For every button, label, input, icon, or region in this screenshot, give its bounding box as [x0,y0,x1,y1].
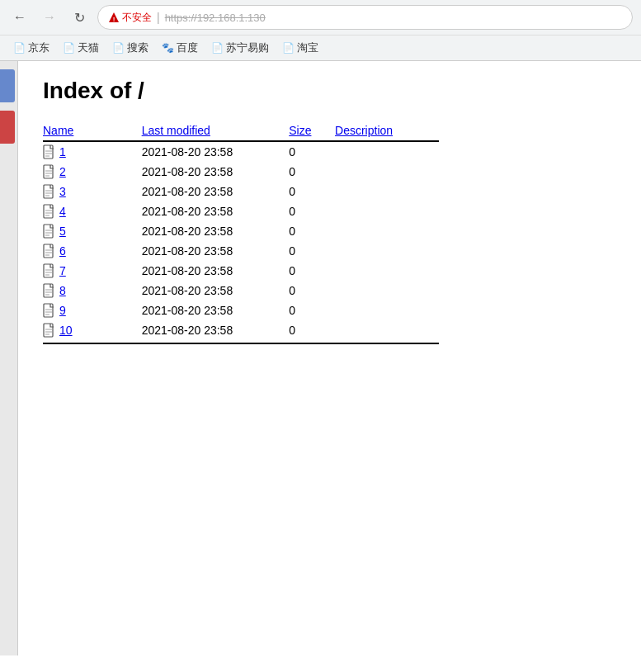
table-row: 42021-08-20 23:580 [43,201,439,221]
bookmark-icon: 📄 [282,42,295,54]
address-url: https://192.168.1.130 [165,12,266,24]
file-icon [43,204,56,219]
bookmark-item[interactable]: 📄天猫 [58,38,104,58]
sidebar-tab-blue [0,69,15,102]
bookmark-icon: 🐾 [162,42,174,54]
bookmark-icon: 📄 [63,42,75,54]
file-modified: 2021-08-20 23:58 [135,241,283,261]
svg-rect-26 [44,264,53,277]
file-table: Name Last modified Size Description [43,121,439,348]
file-icon [43,164,56,179]
file-name-cell: 3 [43,182,135,201]
file-modified: 2021-08-20 23:58 [135,162,283,182]
file-link[interactable]: 7 [59,264,66,277]
file-size: 0 [282,281,328,301]
file-link[interactable]: 3 [59,185,66,198]
file-link[interactable]: 1 [59,145,66,159]
bookmark-icon: 📄 [211,42,224,54]
bookmark-item[interactable]: 📄搜索 [107,38,153,58]
main-layout: Index of / Name Last modified Size Descr… [0,61,641,655]
file-description [328,162,439,182]
file-name-cell: 6 [43,241,135,261]
file-size: 0 [282,320,328,343]
file-name-cell: 1 [43,141,135,162]
svg-rect-6 [44,165,53,178]
file-icon [43,184,56,199]
table-footer [43,343,439,348]
bookmark-label: 京东 [28,40,49,55]
col-header-modified[interactable]: Last modified [135,121,283,141]
file-description [328,301,439,320]
file-size: 0 [282,141,328,162]
table-row: 32021-08-20 23:580 [43,182,439,201]
file-name-cell: 2 [43,162,135,182]
file-name-cell: 7 [43,261,135,281]
svg-rect-18 [44,225,53,238]
file-name-cell: 9 [43,301,135,320]
svg-rect-34 [44,304,53,317]
bookmark-item[interactable]: 📄苏宁易购 [206,38,274,58]
col-header-size[interactable]: Size [282,121,328,141]
file-size: 0 [282,201,328,221]
bookmark-item[interactable]: 📄京东 [8,38,54,58]
bookmark-label: 淘宝 [297,40,318,55]
file-name-cell: 10 [43,320,135,343]
bookmark-item[interactable]: 📄淘宝 [277,38,323,58]
col-header-description[interactable]: Description [328,121,439,141]
svg-rect-10 [44,185,53,198]
file-modified: 2021-08-20 23:58 [135,182,283,201]
svg-rect-38 [44,324,53,337]
left-sidebar [0,61,18,655]
file-description [328,141,439,162]
file-link[interactable]: 5 [59,225,66,238]
file-link[interactable]: 10 [59,324,73,337]
table-row: 72021-08-20 23:580 [43,261,439,281]
file-modified: 2021-08-20 23:58 [135,261,283,281]
file-link[interactable]: 2 [59,165,66,178]
file-link[interactable]: 9 [59,304,66,317]
file-icon [43,303,56,318]
file-icon [43,283,56,298]
address-divider: | [157,11,160,24]
file-name-cell: 4 [43,201,135,221]
file-description [328,261,439,281]
address-bar[interactable]: ! 不安全 | https://192.168.1.130 [97,5,633,30]
file-link[interactable]: 8 [59,284,66,297]
bookmark-item[interactable]: 🐾百度 [157,38,203,58]
bookmark-label: 天猫 [78,40,99,55]
file-icon [43,263,56,278]
file-name-cell: 8 [43,281,135,301]
file-icon [43,144,56,159]
forward-button[interactable]: → [38,6,61,29]
table-row: 102021-08-20 23:580 [43,320,439,343]
file-size: 0 [282,241,328,261]
browser-chrome: ← → ↻ ! 不安全 | https://192.168.1.130 📄京东📄… [0,0,641,61]
file-modified: 2021-08-20 23:58 [135,320,283,343]
file-description [328,241,439,261]
file-description [328,201,439,221]
page-title: Index of / [43,78,616,104]
bookmark-label: 搜索 [127,40,148,55]
file-size: 0 [282,221,328,241]
file-icon [43,323,56,338]
table-row: 92021-08-20 23:580 [43,301,439,320]
page-content: Index of / Name Last modified Size Descr… [18,61,641,655]
bookmarks-bar: 📄京东📄天猫📄搜索🐾百度📄苏宁易购📄淘宝 [0,35,641,60]
file-link[interactable]: 4 [59,205,66,218]
security-warning: ! 不安全 [108,11,152,25]
file-modified: 2021-08-20 23:58 [135,301,283,320]
file-link[interactable]: 6 [59,244,66,258]
table-row: 52021-08-20 23:580 [43,221,439,241]
table-row: 22021-08-20 23:580 [43,162,439,182]
file-icon [43,244,56,258]
back-button[interactable]: ← [8,6,31,29]
svg-rect-2 [44,145,53,159]
file-size: 0 [282,182,328,201]
file-name-cell: 5 [43,221,135,241]
bookmark-label: 百度 [177,40,198,55]
col-header-name[interactable]: Name [43,121,135,141]
file-description [328,221,439,241]
reload-button[interactable]: ↻ [68,6,91,29]
table-row: 62021-08-20 23:580 [43,241,439,261]
table-row: 12021-08-20 23:580 [43,141,439,162]
